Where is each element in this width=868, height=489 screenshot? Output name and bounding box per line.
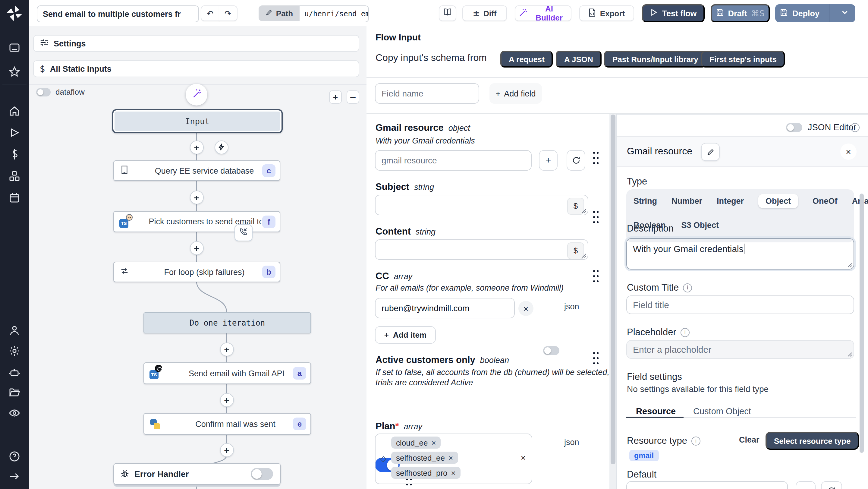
tab-resource[interactable]: Resource [636, 406, 676, 416]
default-resource-input[interactable] [626, 481, 788, 489]
flow-node-query-db[interactable]: Query EE service database c [113, 160, 280, 181]
copy-from-past-runs-button[interactable]: Past Runs/Input library [604, 51, 707, 67]
refresh-resource-button[interactable] [567, 150, 585, 171]
flow-node-input[interactable]: Input [112, 109, 283, 133]
rename-field-button[interactable] [701, 143, 720, 161]
plan-tag[interactable]: cloud_ee× [391, 436, 441, 449]
sort-diamond-icon[interactable]: ◇ [380, 454, 386, 463]
plan-tag[interactable]: selfhosted_pro× [391, 467, 461, 479]
add-step-button[interactable]: + [190, 140, 204, 154]
scrollbar-thumb[interactable] [610, 115, 615, 464]
windmill-logo[interactable] [5, 4, 24, 22]
remove-tag-icon[interactable]: × [451, 468, 456, 477]
expand-arrow-icon[interactable] [8, 470, 21, 482]
path-input[interactable]: u/henri/send_em [300, 5, 369, 22]
custom-title-input[interactable]: Field title [626, 296, 854, 314]
placeholder-textarea[interactable]: Enter a placeholder [626, 340, 854, 359]
settings-gear-icon[interactable] [8, 345, 21, 357]
add-step-button[interactable]: + [190, 241, 204, 255]
path-edit-button[interactable]: Path [258, 5, 300, 21]
variables-icon[interactable] [8, 148, 21, 160]
add-default-resource-button[interactable] [796, 481, 815, 489]
info-icon[interactable]: i [691, 436, 701, 445]
test-flow-button[interactable]: Test flow [642, 4, 705, 22]
type-option[interactable]: Integer [717, 194, 744, 208]
add-field-button[interactable]: +Add field [490, 83, 542, 104]
user-icon[interactable] [8, 325, 21, 336]
type-option[interactable]: OneOf [812, 194, 838, 208]
resize-handle[interactable] [582, 209, 587, 213]
trigger-bolt-button[interactable] [214, 140, 228, 154]
json-editor-toggle[interactable] [786, 123, 802, 132]
gmail-resource-input[interactable]: gmail resource [375, 150, 532, 171]
info-icon[interactable]: i [681, 328, 689, 337]
drag-handle[interactable] [592, 151, 598, 166]
schedules-icon[interactable] [8, 192, 21, 204]
cache-call-indicator[interactable] [235, 224, 253, 241]
remove-cc-item-button[interactable]: × [518, 301, 533, 316]
flow-node-iteration[interactable]: Do one iteration [144, 312, 311, 333]
remove-tag-icon[interactable]: × [448, 453, 453, 462]
draft-button[interactable]: Draft ⌘S [711, 4, 770, 22]
redo-button[interactable]: ↷ [219, 5, 238, 21]
content-textarea[interactable]: $ [375, 239, 588, 260]
undo-button[interactable]: ↶ [201, 5, 219, 21]
type-option[interactable]: S3 Object [681, 218, 719, 232]
plan-multiselect[interactable]: ◇ cloud_ee× selfhosted_ee× selfhosted_pr… [375, 433, 532, 484]
info-icon[interactable]: i [683, 283, 692, 292]
clear-all-icon[interactable]: × [521, 453, 526, 462]
drag-handle[interactable] [592, 270, 598, 284]
add-step-button[interactable]: + [220, 393, 234, 407]
flow-node-forloop[interactable]: For loop (skip failures) b [113, 262, 280, 282]
add-cc-item-button[interactable]: +Add item [375, 326, 436, 344]
add-step-button[interactable]: + [190, 190, 204, 204]
refresh-default-resource-button[interactable] [821, 481, 842, 489]
cc-item-input[interactable]: ruben@trywindmill.com [375, 298, 515, 318]
copy-from-first-step-button[interactable]: First step's inputs [701, 51, 785, 67]
folders-icon[interactable] [8, 387, 21, 399]
type-option[interactable]: String [633, 194, 657, 208]
resize-handle[interactable] [847, 352, 852, 357]
deploy-menu-button[interactable] [834, 8, 855, 18]
runs-icon[interactable] [8, 127, 21, 139]
flow-node-send-email[interactable]: TS Send email with Gmail API a [144, 362, 311, 384]
drag-handle[interactable] [592, 210, 598, 225]
export-button[interactable]: Export [579, 5, 634, 21]
remove-tag-icon[interactable]: × [432, 438, 436, 447]
ai-builder-button[interactable]: AI Builder [515, 5, 571, 21]
subject-textarea[interactable]: $ [375, 195, 588, 215]
workers-bot-icon[interactable] [8, 366, 21, 378]
tab-custom-object[interactable]: Custom Object [693, 406, 751, 416]
plan-tag[interactable]: selfhosted_ee× [391, 452, 458, 464]
home-icon[interactable] [8, 105, 21, 117]
audit-eye-icon[interactable] [8, 407, 21, 419]
flow-node-error-handler[interactable]: Error Handler [113, 463, 281, 485]
add-step-button[interactable]: + [220, 342, 234, 356]
apps-icon[interactable] [8, 41, 21, 54]
resize-handle[interactable] [847, 263, 852, 268]
info-icon[interactable]: i [850, 123, 860, 132]
resize-handle[interactable] [582, 253, 587, 258]
copy-from-json-button[interactable]: A JSON [556, 51, 601, 67]
flow-name-input[interactable]: Send email to multiple customers fr [37, 5, 199, 22]
drag-handle[interactable] [592, 352, 598, 366]
resources-icon[interactable] [8, 170, 21, 182]
select-resource-type-button[interactable]: Select resource type [766, 432, 859, 450]
description-textarea[interactable]: With your Gmail credentials [626, 238, 854, 270]
add-resource-button[interactable]: + [539, 150, 558, 171]
error-handler-toggle[interactable] [251, 468, 273, 480]
copy-from-request-button[interactable]: A request [500, 51, 553, 67]
field-name-input[interactable]: Field name [375, 83, 479, 104]
flow-node-pick-customers[interactable]: TS Pick customers to send email to f [113, 211, 280, 232]
clear-resource-button[interactable]: Clear [739, 435, 760, 445]
docs-button[interactable] [439, 5, 456, 21]
diff-button[interactable]: ±Diff [462, 5, 507, 21]
type-option[interactable]: Number [672, 194, 702, 208]
help-icon[interactable] [8, 450, 21, 462]
close-editor-button[interactable]: × [840, 144, 857, 160]
favorites-star-icon[interactable] [8, 66, 21, 78]
add-step-button[interactable]: + [220, 443, 234, 457]
flow-node-confirm-mail[interactable]: Confirm mail was sent e [144, 413, 311, 435]
scrollbar-thumb[interactable] [860, 193, 864, 453]
deploy-button[interactable]: Deploy [775, 8, 825, 18]
